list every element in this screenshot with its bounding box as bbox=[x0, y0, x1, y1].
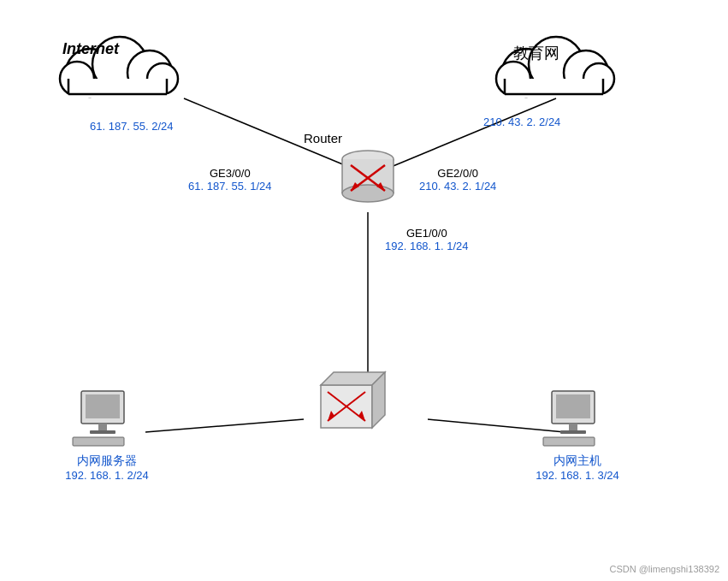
svg-point-25 bbox=[342, 185, 394, 202]
internet-label: Internet bbox=[62, 40, 119, 58]
ge3-label: GE3/0/0 61. 187. 55. 1/24 bbox=[188, 167, 272, 193]
ge2-label: GE2/0/0 210. 43. 2. 1/24 bbox=[419, 167, 496, 193]
svg-rect-45 bbox=[556, 394, 590, 418]
ge1-label: GE1/0/0 192. 168. 1. 1/24 bbox=[385, 227, 469, 252]
svg-rect-42 bbox=[90, 430, 115, 434]
host-computer bbox=[539, 389, 616, 453]
education-cloud: 教育网 bbox=[483, 13, 620, 107]
host-label: 内网主机 192. 168. 1. 3/24 bbox=[530, 454, 624, 482]
svg-line-3 bbox=[145, 419, 304, 432]
router-icon bbox=[334, 144, 402, 216]
internet-cloud: Internet bbox=[47, 13, 184, 107]
svg-rect-41 bbox=[98, 424, 107, 430]
switch-icon bbox=[312, 368, 389, 440]
svg-line-1 bbox=[385, 98, 556, 169]
svg-rect-43 bbox=[73, 437, 124, 446]
internet-ip-label: 61. 187. 55. 2/24 bbox=[90, 120, 174, 133]
svg-rect-48 bbox=[543, 437, 595, 446]
watermark: CSDN @limengshi138392 bbox=[609, 564, 719, 574]
server-computer bbox=[68, 389, 145, 453]
education-ip-label: 210. 43. 2. 2/24 bbox=[483, 116, 560, 128]
server-label: 内网服务器 192. 168. 1. 2/24 bbox=[60, 454, 154, 482]
network-diagram: Internet 教育网 61. 187. 55. 2/24 210. 43. … bbox=[0, 0, 728, 581]
svg-rect-46 bbox=[569, 424, 577, 430]
svg-rect-47 bbox=[560, 430, 586, 434]
education-label: 教育网 bbox=[513, 43, 559, 63]
svg-rect-40 bbox=[86, 394, 120, 418]
